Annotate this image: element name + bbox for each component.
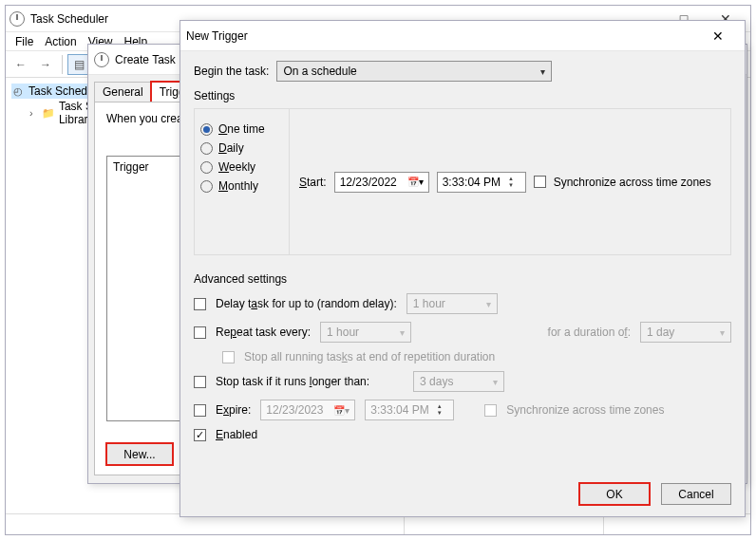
settings-area: One time Daily Weekly Monthly Start: [194,108,731,255]
advanced-heading: Advanced settings [194,272,731,286]
start-date-input[interactable]: 12/23/2022 📅▾ [334,172,429,193]
expire-label: Expire: [216,403,251,417]
sync-tz-label: Synchronize across time zones [554,176,711,189]
begin-task-combo[interactable]: On a schedule ▾ [276,61,552,82]
stop-longer-label: Stop task if it runs longer than: [216,375,369,388]
expire-row: Expire: 12/23/2023 📅▾ 3:33:04 PM ▲▼ Sync… [194,400,731,420]
delay-checkbox[interactable] [194,298,206,310]
clock-icon: ◴ [11,84,25,98]
radio-dot-icon [200,123,213,136]
stop-running-checkbox [222,351,235,363]
begin-label: Begin the task: [194,65,269,78]
trigger-column-header: Trigger [107,157,180,177]
radio-daily-label: Daily [218,141,244,155]
forward-button[interactable]: → [34,54,57,75]
dialog-buttons: OK Cancel [579,483,731,505]
radio-daily[interactable]: Daily [200,141,283,155]
start-date-value: 12/23/2022 [340,176,397,189]
stop-longer-value: 3 days [420,375,493,388]
create-task-title: Create Task [115,53,176,66]
radio-dot-icon [200,142,213,155]
start-time-value: 3:33:04 PM [443,176,501,189]
stop-running-label: Stop all running tasks at end of repetit… [244,350,495,363]
radio-dot-icon [200,161,213,174]
chevron-down-icon: ▾ [720,327,725,338]
settings-heading: Settings [194,89,731,102]
new-trigger-body: Begin the task: On a schedule ▾ Settings… [180,51,745,460]
expire-sync-checkbox [484,404,497,417]
ok-button[interactable]: OK [579,483,650,505]
stop-longer-checkbox[interactable] [194,376,206,388]
stop-longer-combo[interactable]: 3 days ▾ [413,371,504,392]
radio-dot-icon [200,180,213,193]
begin-row: Begin the task: On a schedule ▾ [194,61,731,82]
new-trigger-dialog: New Trigger ✕ Begin the task: On a sched… [180,20,746,517]
duration-label: for a duration of: [548,326,631,339]
radio-weekly-label: Weekly [218,160,255,174]
stop-running-row: Stop all running tasks at end of repetit… [194,350,731,363]
calendar-icon: 📅▾ [407,177,424,187]
expire-date-input[interactable]: 12/23/2023 📅▾ [260,400,355,420]
start-label: Start: [299,176,327,189]
radio-weekly[interactable]: Weekly [200,160,283,174]
expire-time-input[interactable]: 3:33:04 PM ▲▼ [365,400,454,420]
clock-icon [94,52,109,67]
trigger-list[interactable]: Trigger [106,156,180,421]
radio-one-time-label: One time [218,122,265,136]
repeat-label: Repeat task every: [216,326,311,339]
close-button[interactable]: ✕ [697,23,739,49]
new-trigger-button[interactable]: New... [106,443,173,465]
spinner-icon: ▲▼ [504,176,518,189]
start-time-input[interactable]: 3:33:04 PM ▲▼ [437,172,526,193]
spinner-icon: ▲▼ [433,403,446,417]
repeat-value: 1 hour [327,326,400,339]
sync-tz-checkbox[interactable] [534,176,546,188]
chevron-down-icon: ▾ [400,327,405,338]
delay-value: 1 hour [413,297,486,310]
main-title: Task Scheduler [30,12,108,26]
chevron-right-icon: › [25,106,38,120]
repeat-checkbox[interactable] [194,326,206,339]
radio-monthly[interactable]: Monthly [200,179,283,193]
menu-action[interactable]: Action [41,35,80,48]
radio-monthly-label: Monthly [218,179,258,193]
start-row: Start: 12/23/2022 📅▾ 3:33:04 PM ▲▼ Synch… [290,109,730,254]
menu-file[interactable]: File [11,35,37,48]
begin-task-value: On a schedule [283,65,540,78]
back-button[interactable]: ← [9,54,32,75]
tab-general[interactable]: General [94,82,152,102]
duration-value: 1 day [647,326,720,339]
expire-sync-label: Synchronize across time zones [506,403,664,417]
duration-combo[interactable]: 1 day ▾ [640,322,731,343]
repeat-combo[interactable]: 1 hour ▾ [320,322,411,343]
expire-checkbox[interactable] [194,404,206,417]
enabled-row: Enabled [194,428,731,441]
calendar-icon: 📅▾ [333,405,350,416]
clock-icon [9,11,25,27]
expire-time-value: 3:33:04 PM [370,403,428,417]
chevron-down-icon: ▾ [540,66,545,77]
schedule-radios: One time Daily Weekly Monthly [195,109,290,254]
radio-one-time[interactable]: One time [200,122,283,136]
enabled-label: Enabled [216,428,257,441]
new-trigger-title: New Trigger [186,29,248,43]
toolbar-separator [62,55,63,74]
new-trigger-titlebar: New Trigger ✕ [180,21,745,51]
stop-longer-row: Stop task if it runs longer than: 3 days… [194,371,731,392]
advanced-settings: Advanced settings Delay task for up to (… [194,272,731,441]
folder-icon: 📁 [42,106,55,120]
chevron-down-icon: ▾ [486,299,491,309]
repeat-row: Repeat task every: 1 hour ▾ for a durati… [194,322,731,343]
expire-date-value: 12/23/2023 [266,403,323,417]
cancel-button[interactable]: Cancel [661,483,731,505]
delay-combo[interactable]: 1 hour ▾ [406,293,498,314]
chevron-down-icon: ▾ [493,377,498,387]
delay-row: Delay task for up to (random delay): 1 h… [194,293,731,314]
delay-label: Delay task for up to (random delay): [216,297,397,310]
enabled-checkbox[interactable] [194,429,206,441]
